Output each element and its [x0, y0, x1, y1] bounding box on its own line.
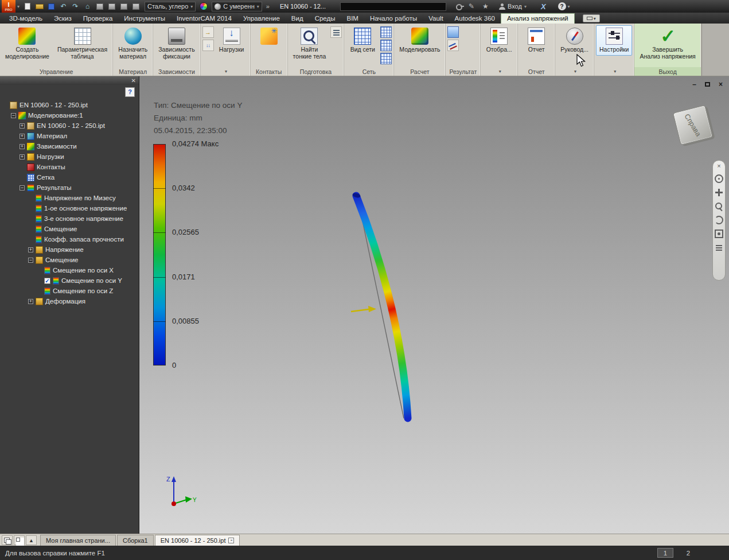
ribbon-button-legend[interactable]: Отобра...	[482, 25, 516, 56]
document-tab[interactable]: Сборка1	[117, 535, 154, 546]
tree-item[interactable]: 1-ое основное напряжение	[0, 203, 139, 213]
new-file-icon[interactable]	[22, 2, 32, 11]
panel-label[interactable]: Отчет	[518, 67, 555, 76]
ribbon-tab[interactable]: Инструменты	[118, 14, 171, 24]
tree-item[interactable]: −Результаты	[0, 182, 139, 193]
tree-item[interactable]: +EN 10060 - 12 - 250.ipt	[0, 120, 139, 131]
more-icon[interactable]	[715, 243, 723, 252]
ribbon-tab[interactable]: Начало работы	[364, 14, 423, 24]
material-dropdown[interactable]: Сталь, углеро ▾	[145, 2, 196, 11]
signin-button[interactable]: Вход ▾	[499, 3, 527, 10]
expand-icon[interactable]: +	[20, 134, 25, 139]
tab-close-icon[interactable]: ×	[228, 538, 234, 543]
tree-item[interactable]: +Деформация	[0, 296, 139, 306]
collapse-icon[interactable]: −	[20, 185, 25, 190]
tree-item[interactable]: Коэфф. запаса прочности	[0, 234, 139, 244]
exchange-apps-icon[interactable]: X	[541, 2, 546, 11]
toolbar-overflow-button[interactable]: »	[266, 3, 269, 10]
panel-label[interactable]: Зависимости	[153, 67, 200, 76]
ribbon-button-guide[interactable]: Руковод...	[557, 25, 592, 56]
mesh-view-icon[interactable]	[380, 26, 392, 38]
panel-label[interactable]: ▾	[594, 67, 634, 76]
expand-icon[interactable]: +	[20, 154, 25, 160]
wheel-icon[interactable]	[715, 174, 723, 183]
tools-icon[interactable]	[119, 2, 128, 11]
tree-item[interactable]: Контакты	[0, 162, 139, 172]
tree-item[interactable]: Напряжение по Мизесу	[0, 193, 139, 203]
tree-item[interactable]: +Нагрузки	[0, 151, 139, 162]
collapse-tabs-icon[interactable]: ▲	[26, 535, 37, 545]
undo-icon[interactable]: ↶	[59, 2, 68, 11]
graphics-viewport[interactable]: – × Тип: Смещение по оси YЕдиница: mm05.…	[139, 76, 729, 534]
ribbon-button-settings[interactable]: Настройки	[596, 25, 633, 56]
ribbon-tab[interactable]: 3D-модель	[3, 14, 48, 24]
tree-item[interactable]: Смещение	[0, 224, 139, 234]
tile-windows-icon[interactable]	[14, 535, 25, 545]
pressure-icon[interactable]	[202, 40, 214, 51]
search-input[interactable]	[340, 2, 446, 11]
ribbon-button-load[interactable]: Нагрузки	[215, 25, 248, 56]
ribbon-button-contact[interactable]	[252, 25, 286, 47]
document-tab[interactable]: Моя главная страни...	[40, 535, 116, 546]
help-button[interactable]: ? ▾	[558, 2, 570, 10]
zoom-icon[interactable]	[715, 202, 723, 211]
ribbon-button-sim[interactable]: Создать моделирование	[2, 25, 53, 63]
home-icon[interactable]: ⌂	[83, 2, 92, 11]
panel-label[interactable]: Расчет	[394, 67, 445, 76]
logo-caret-icon[interactable]: ▾	[17, 4, 20, 9]
ribbon-tab[interactable]: InventorCAM 2014	[171, 14, 237, 24]
tree-item[interactable]: Смещение по оси Z	[0, 286, 139, 296]
ribbon-tab[interactable]: Autodesk 360	[449, 14, 501, 24]
ribbon-display-toggle[interactable]: ▾	[583, 14, 600, 22]
tree-item[interactable]: Смещение по оси X	[0, 265, 139, 275]
image-icon[interactable]	[107, 2, 116, 11]
tree-item[interactable]: EN 10060 - 12 - 250.ipt	[0, 100, 139, 110]
ribbon-tab[interactable]: Управление	[237, 14, 286, 24]
panel-label[interactable]: Материал	[113, 67, 153, 76]
panel-label[interactable]: Результат	[446, 67, 480, 76]
ribbon-tab[interactable]: Vault	[423, 14, 449, 24]
close-icon[interactable]: ×	[715, 163, 723, 169]
lookat-icon[interactable]	[715, 230, 723, 238]
expand-icon[interactable]: +	[28, 299, 33, 304]
browser-header[interactable]: ✕	[0, 76, 139, 85]
web-icon[interactable]	[131, 2, 141, 11]
page-indicator[interactable]: 2	[680, 548, 696, 558]
panel-label[interactable]: Подготовка	[288, 67, 344, 76]
visibility-checkbox[interactable]: ✓	[44, 278, 50, 284]
ribbon-tab[interactable]: Среды	[309, 14, 341, 24]
panel-label[interactable]: Выход	[634, 67, 700, 76]
model-canvas[interactable]: Z Y	[139, 76, 729, 534]
color-wheel-icon[interactable]	[200, 2, 208, 10]
tree-item[interactable]: +Зависимости	[0, 141, 139, 151]
cascade-windows-icon[interactable]	[2, 535, 13, 545]
panel-label[interactable]: ▾	[481, 67, 517, 76]
force-icon[interactable]	[202, 26, 214, 38]
star-icon[interactable]	[482, 2, 492, 11]
thin-list-icon[interactable]	[330, 26, 342, 38]
pencil-icon[interactable]	[469, 2, 478, 11]
browser-help-button[interactable]: ?	[125, 87, 135, 97]
ribbon-button-table[interactable]: Параметрическая таблица	[54, 25, 111, 63]
ribbon-tab[interactable]: Проверка	[77, 14, 119, 24]
chart-icon[interactable]	[447, 40, 459, 51]
expand-icon[interactable]: +	[20, 123, 25, 129]
ribbon-tab[interactable]: BIM	[341, 14, 364, 24]
tree-item[interactable]: ✓Смещение по оси Y	[0, 275, 139, 286]
key-icon[interactable]	[455, 2, 464, 11]
open-folder-icon[interactable]	[34, 2, 44, 11]
tree-item[interactable]: −Смещение	[0, 255, 139, 265]
document-tab[interactable]: EN 10060 - 12 - 250.ipt×	[155, 535, 240, 546]
panel-label[interactable]: ▾	[201, 67, 250, 76]
expand-icon[interactable]: +	[20, 144, 25, 149]
ribbon-button-material[interactable]: Назначить материал	[115, 25, 151, 63]
tree-item[interactable]: 3-е основное напряжение	[0, 213, 139, 224]
expand-icon[interactable]: +	[28, 247, 33, 252]
save-icon[interactable]	[46, 2, 56, 11]
tree-item[interactable]: −Моделирование:1	[0, 110, 139, 120]
orbit-icon[interactable]	[715, 216, 723, 224]
inventor-logo[interactable]: I PRO	[2, 0, 15, 13]
ribbon-button-constraint[interactable]: Зависимость фиксации	[155, 25, 198, 63]
panel-label[interactable]: Управление	[0, 67, 112, 76]
ribbon-button-find[interactable]: Найти тонкие тела	[290, 25, 330, 63]
